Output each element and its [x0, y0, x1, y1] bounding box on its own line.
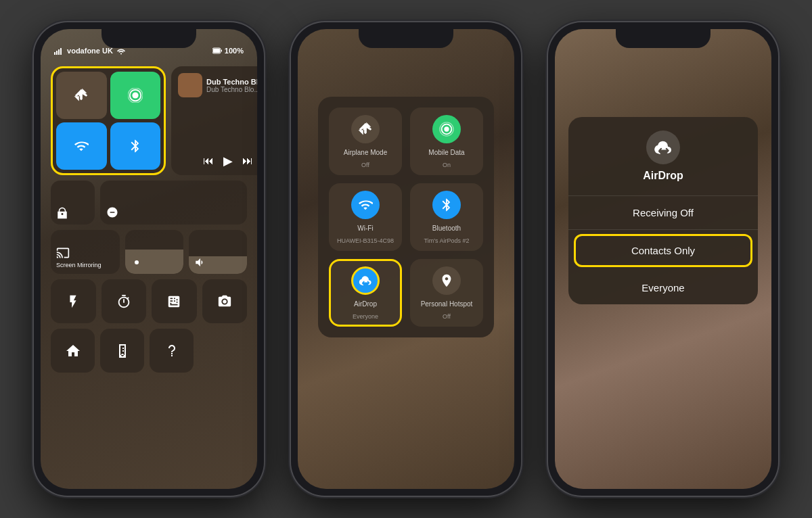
screen-mirror-button[interactable]: Screen Mirroring: [51, 230, 120, 274]
svg-point-4: [120, 53, 122, 55]
airdrop-large-icon: [646, 131, 680, 164]
airdrop-title: AirDrop: [643, 170, 683, 182]
flashlight-button[interactable]: [51, 279, 96, 323]
svg-point-8: [132, 92, 138, 98]
control-center-panel: Airplane Mode Off Mobile Data On Wi-: [318, 97, 494, 337]
airdrop-options-panel: AirDrop Receiving Off Contacts Only Ever…: [568, 117, 758, 304]
home-button[interactable]: [51, 329, 95, 373]
wifi-button[interactable]: [56, 122, 107, 170]
notch-3: [616, 29, 710, 48]
portrait-lock-button[interactable]: [51, 181, 95, 225]
notch-1: [102, 29, 196, 48]
svg-rect-7: [213, 49, 220, 53]
volume-slider[interactable]: [189, 230, 247, 274]
mobile-data-item[interactable]: Mobile Data On: [410, 108, 483, 175]
contacts-only-option[interactable]: Contacts Only: [574, 234, 752, 267]
prev-button[interactable]: ⏮: [203, 155, 214, 167]
svg-rect-3: [60, 48, 62, 55]
timer-button[interactable]: [102, 279, 147, 323]
music-title: Dub Techno Bl...: [206, 78, 257, 86]
airdrop-item[interactable]: AirDrop Everyone: [329, 259, 402, 327]
battery-label: 100%: [212, 47, 244, 55]
svg-rect-2: [58, 49, 60, 55]
svg-rect-6: [221, 50, 222, 52]
svg-rect-1: [56, 51, 58, 55]
iphone-3: AirDrop Receiving Off Contacts Only Ever…: [548, 22, 778, 496]
camera-button[interactable]: [202, 279, 248, 323]
iphone-1: vodafone UK 100%: [34, 22, 264, 496]
everyone-option[interactable]: Everyone: [568, 271, 758, 304]
personal-hotspot-item[interactable]: Personal Hotspot Off: [410, 259, 483, 327]
receiving-off-option[interactable]: Receiving Off: [568, 196, 758, 230]
svg-rect-0: [54, 52, 55, 55]
svg-point-12: [223, 300, 227, 304]
screen-mirror-label: Screen Mirroring: [56, 262, 102, 268]
wifi-item[interactable]: Wi-Fi HUAWEI-B315-4C98: [329, 183, 402, 251]
notch-2: [359, 29, 453, 48]
airplane-mode-button[interactable]: [56, 72, 107, 119]
bluetooth-button[interactable]: [110, 122, 161, 170]
bluetooth-item[interactable]: Bluetooth Tim's AirPods #2: [410, 183, 483, 251]
airplane-mode-item[interactable]: Airplane Mode Off: [329, 108, 402, 175]
do-not-disturb-button[interactable]: [100, 181, 247, 225]
hearing-button[interactable]: [150, 329, 194, 373]
iphone-2: Airplane Mode Off Mobile Data On Wi-: [291, 22, 521, 496]
play-button[interactable]: ▶: [223, 154, 233, 168]
music-subtitle: Dub Techno Blo...: [206, 86, 257, 93]
svg-point-11: [135, 260, 139, 264]
cellular-button[interactable]: [110, 72, 161, 119]
brightness-slider[interactable]: [125, 230, 183, 274]
remote-button[interactable]: [100, 329, 144, 373]
calculator-button[interactable]: [152, 279, 197, 323]
next-button[interactable]: ⏭: [242, 155, 253, 167]
svg-point-13: [444, 126, 449, 131]
